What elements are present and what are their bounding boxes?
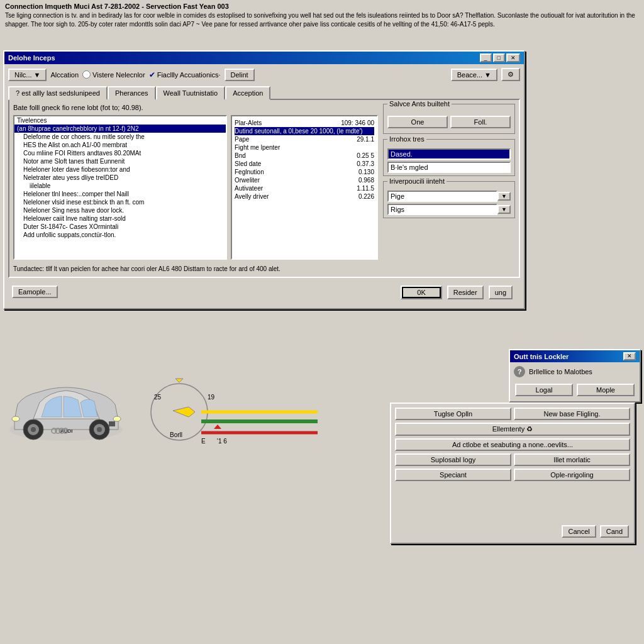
- new-base-button[interactable]: New base Fligling.: [514, 408, 630, 420]
- one-button[interactable]: One: [387, 116, 448, 128]
- svg-text:25: 25: [154, 394, 162, 401]
- data-row[interactable]: Orweliter0.968: [235, 176, 374, 184]
- svg-text:E: E: [201, 438, 206, 445]
- data-header-row: Plar-Alets109: 346 00: [235, 119, 374, 127]
- car-svg: AUDI: [5, 376, 128, 448]
- data-row[interactable]: Avelly driver0.226: [235, 192, 374, 201]
- rigs-arrow[interactable]: ▼: [497, 205, 511, 214]
- data-selected-row[interactable]: Dutind seutonall, a 0l,bese 20 1000, (le…: [235, 127, 374, 135]
- list-item[interactable]: Duter St-1847c- Cases XOrmintali: [14, 223, 226, 231]
- gauge-svg: 19 25 Borll E '1 6: [135, 365, 349, 465]
- main-dialog: Delohe Inceps _ □ ✕ Nilc... ▼ Alccation …: [3, 50, 525, 309]
- suplosabl-button[interactable]: Suplosabl logy: [395, 453, 511, 466]
- gauge-area: 19 25 Borll E '1 6: [135, 365, 387, 459]
- data-row[interactable]: Sled date0.37.3: [235, 160, 374, 168]
- content-area: Bate folll gneck fio rene lobt (fot to; …: [8, 99, 520, 278]
- list-item[interactable]: Cou mliine FOI Ritters andtaves 80.20MAt: [14, 149, 226, 157]
- second-close-button[interactable]: ✕: [623, 352, 636, 360]
- eamople-button[interactable]: Eamople...: [12, 286, 58, 298]
- list-item[interactable]: (an 8huprae canelrchebblory in nt 12-f) …: [14, 125, 226, 133]
- toolbar-row: Nilc... ▼ Alccation Vistere Nelecnlor ✔ …: [8, 68, 520, 81]
- list-item[interactable]: Add unfollic suppats,conctür-tlon.: [14, 231, 226, 239]
- logal-button[interactable]: Logal: [515, 384, 573, 396]
- tab-2[interactable]: Weall Tuutnistatio: [156, 86, 226, 100]
- data-row[interactable]: Feglnution0.130: [235, 168, 374, 176]
- data-row[interactable]: Pape29.1.1: [235, 135, 374, 143]
- list-item[interactable]: Heleloner tlnl lnees:..comper thel Naill: [14, 190, 226, 198]
- tab-0[interactable]: ? est allly last sedslunipeed: [8, 86, 108, 100]
- sidebar-buttons: One Foll.: [387, 116, 511, 128]
- maximize-button[interactable]: □: [493, 53, 505, 62]
- list-item[interactable]: HES the Alist on.ach A1/-00 membrat: [14, 141, 226, 149]
- items-listbox[interactable]: Tivelences(an 8huprae canelrchebblory in…: [13, 115, 227, 260]
- pige-combo: ▼: [387, 191, 511, 202]
- main-dialog-title: Delohe Inceps: [8, 54, 55, 62]
- list-item[interactable]: Notor ame Sloft tanes thatt Eunnenit: [14, 157, 226, 165]
- svg-text:'1 6: '1 6: [217, 438, 227, 445]
- list-item[interactable]: Delefome de cor choers. nu mitle sorely …: [14, 133, 226, 141]
- ok-button[interactable]: 0K: [401, 286, 441, 299]
- car-image: AUDI: [3, 371, 129, 453]
- gear-button[interactable]: ⚙: [501, 68, 520, 81]
- pige-input[interactable]: [387, 191, 497, 202]
- irrohox-group: Irrohox tres Dased. B·le's mgled: [383, 139, 515, 176]
- bottom-buttons: 0K Resider ung: [397, 280, 516, 303]
- svg-point-6: [97, 427, 102, 432]
- list-item[interactable]: Neleloner Sing ness have door lock.: [14, 206, 226, 214]
- mople-button[interactable]: Mople: [577, 384, 635, 396]
- vistere-radio[interactable]: Vistere Nelecnlor: [82, 70, 145, 79]
- close-button[interactable]: ✕: [506, 53, 520, 62]
- tab-3[interactable]: Acception: [225, 86, 270, 100]
- second-dialog-title-bar: Outt tnis Lockler ✕: [510, 350, 640, 362]
- nilc-dropdown-button[interactable]: Nilc... ▼: [8, 69, 47, 81]
- cancel-button[interactable]: Cancel: [562, 525, 596, 538]
- list-item[interactable]: Tivelences: [14, 116, 226, 125]
- right-panel: Salvce Ants builteht One Foll. Irrohox t…: [383, 104, 515, 273]
- data-row[interactable]: Bnd0.25 5: [235, 152, 374, 160]
- window-description: Tse liging connection is tv. and in bedi…: [5, 11, 639, 29]
- minimize-button[interactable]: _: [480, 53, 492, 62]
- foll-button[interactable]: Foll.: [450, 116, 511, 128]
- beace-dropdown-button[interactable]: Beace... ▼: [451, 69, 497, 81]
- svg-point-7: [113, 416, 121, 421]
- data-row[interactable]: Fight me lpenter: [235, 143, 374, 152]
- pige-arrow[interactable]: ▼: [497, 192, 511, 201]
- alccation-label: Alccation: [50, 71, 79, 79]
- list-item[interactable]: Helelower caiit lnve nalting starr-sold: [14, 214, 226, 223]
- notice-text: Tundactec: tllf lt van peiclen for achee…: [13, 265, 378, 273]
- title-bar-area: Connection Imqueth Muci Ast 7-281-2002 -…: [0, 0, 644, 30]
- tuglse-button[interactable]: Tuglse Oplln: [395, 408, 511, 420]
- fiacllly-checkbox[interactable]: ✔ Fiacllly Accuationics·: [149, 70, 221, 79]
- list-item[interactable]: iilelable: [14, 182, 226, 190]
- irrohox-group-title: Irrohox tres: [387, 135, 426, 143]
- third-dialog-buttons: Tuglse Oplln New base Fligling. Ellemten…: [391, 404, 634, 485]
- delint-button[interactable]: Delint: [225, 69, 255, 81]
- ad-ctlobe-button[interactable]: Ad ctlobe et seabuting a none..oevlits..…: [395, 438, 630, 451]
- dialog-content: Nilc... ▼ Alccation Vistere Nelecnlor ✔ …: [4, 64, 524, 308]
- cand-button[interactable]: Cand: [600, 525, 629, 538]
- speciant-button[interactable]: Speciant: [395, 469, 511, 481]
- vistere-radio-input[interactable]: [82, 70, 91, 79]
- rigs-input[interactable]: [387, 204, 497, 215]
- resider-button[interactable]: Resider: [447, 286, 484, 299]
- list-item[interactable]: Neleloner vlsid inese est:binck th an ft…: [14, 198, 226, 206]
- question-icon: ?: [514, 366, 525, 377]
- second-dialog-row: ? Brllellice to Malotbes: [510, 362, 640, 381]
- dased-field[interactable]: Dased.: [387, 148, 511, 160]
- rigs-combo: ▼: [387, 204, 511, 215]
- ople-button[interactable]: Ople-nrigoling: [514, 469, 630, 481]
- second-dialog-message: Brllellice to Malotbes: [529, 368, 592, 375]
- second-dialog-title: Outt tnis Lockler: [514, 353, 569, 360]
- data-row[interactable]: Autivateer1.11.5: [235, 184, 374, 192]
- col-right: Plar-Alets109: 346 00Dutind seutonall, a…: [231, 115, 378, 260]
- ellemtenty-button[interactable]: Ellemtenty ♻: [395, 423, 630, 436]
- ung-button[interactable]: ung: [489, 286, 513, 299]
- salvce-group: Salvce Ants builteht One Foll.: [383, 104, 515, 134]
- illet-button[interactable]: Illet morlatic: [514, 453, 630, 466]
- svg-marker-18: [173, 407, 195, 417]
- list-item[interactable]: Heleloner loter dave fiobesonn:tor and: [14, 165, 226, 174]
- list-item[interactable]: Neletrater ateu yess dliye treIDED: [14, 174, 226, 182]
- bles-mgled-field[interactable]: B·le's mgled: [387, 162, 511, 173]
- tab-1[interactable]: Pherances: [108, 86, 156, 100]
- col-left: Tivelences(an 8huprae canelrchebblory in…: [13, 115, 227, 260]
